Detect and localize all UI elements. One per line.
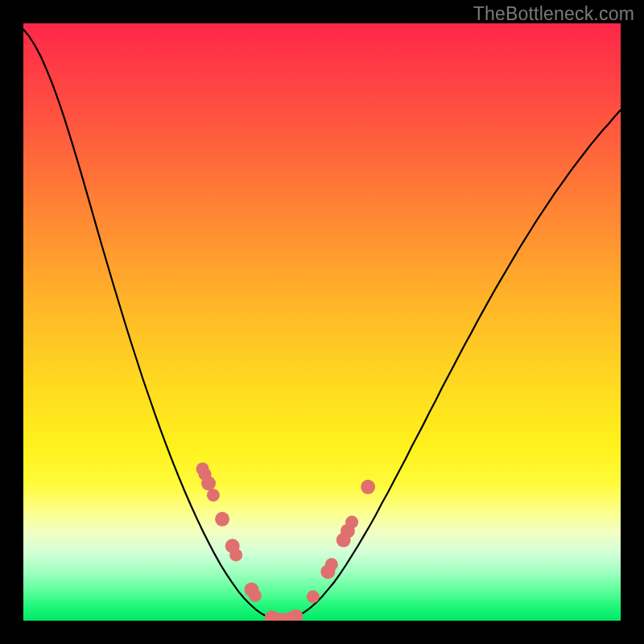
data-marker (288, 609, 303, 621)
marker-group (196, 463, 376, 621)
watermark-text: TheBottleneck.com (473, 3, 634, 25)
data-marker (207, 489, 220, 502)
chart-frame (23, 23, 621, 621)
data-marker (361, 480, 375, 494)
bottleneck-curve (23, 29, 621, 619)
data-marker (215, 512, 229, 526)
data-marker (345, 516, 358, 529)
data-marker (307, 590, 320, 603)
data-marker (325, 558, 338, 571)
data-marker (249, 589, 262, 602)
chart-svg (23, 23, 621, 621)
data-marker (201, 476, 216, 490)
data-marker (229, 548, 242, 561)
